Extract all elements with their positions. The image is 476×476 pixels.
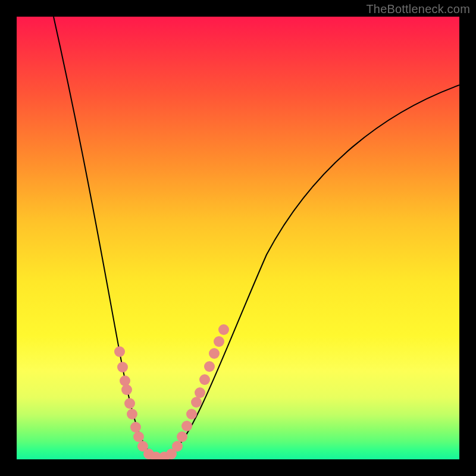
data-marker	[191, 397, 202, 408]
data-marker	[172, 441, 183, 452]
data-marker	[130, 422, 141, 433]
data-marker	[209, 348, 220, 359]
data-marker	[127, 409, 137, 419]
watermark-text: TheBottleneck.com	[366, 2, 470, 16]
data-marker	[117, 362, 128, 372]
markers-left	[114, 346, 170, 459]
data-marker	[218, 324, 229, 335]
data-marker	[181, 421, 192, 431]
markers-right	[166, 324, 229, 459]
data-marker	[124, 398, 135, 409]
data-marker	[177, 431, 187, 442]
data-marker	[195, 387, 205, 398]
data-marker	[120, 375, 130, 386]
data-marker	[133, 431, 144, 442]
data-marker	[186, 409, 197, 419]
data-marker	[214, 336, 224, 347]
markers-layer	[17, 17, 459, 459]
data-marker	[199, 374, 210, 385]
plot-area	[17, 17, 459, 459]
data-marker	[204, 361, 215, 372]
data-marker	[114, 346, 125, 357]
chart-stage: TheBottleneck.com	[0, 0, 476, 476]
data-marker	[121, 384, 132, 395]
